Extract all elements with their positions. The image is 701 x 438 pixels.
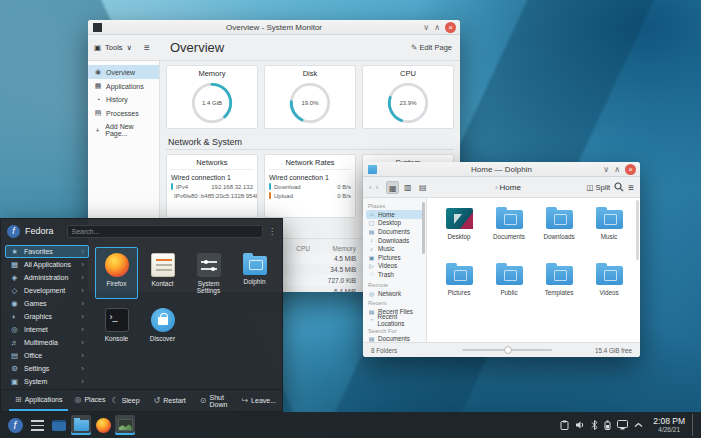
app-discover[interactable]: Discover <box>141 302 184 354</box>
place-music[interactable]: ♪Music <box>366 244 424 253</box>
taskbar-icon-firefox[interactable] <box>93 415 113 435</box>
system-monitor-titlebar[interactable]: Overview - System Monitor ∨ ∧ × <box>88 20 460 35</box>
back-icon[interactable]: ‹ <box>369 183 372 192</box>
chevron-right-icon: › <box>81 260 84 269</box>
clipboard-icon[interactable] <box>560 420 569 430</box>
sm-sidebar-processes[interactable]: ▤ Processes <box>88 106 159 120</box>
battery-icon[interactable] <box>604 420 611 430</box>
page-title: Overview <box>160 40 411 55</box>
category-label: Development <box>24 287 76 294</box>
place-icon: ▣ <box>368 254 375 261</box>
place-recent-locations[interactable]: ◔Recent Locations <box>366 316 424 325</box>
place-desktop[interactable]: ▢Desktop <box>366 219 424 228</box>
sm-sidebar-applications[interactable]: ▦ Applications <box>88 79 159 93</box>
icons-view-button[interactable]: ▦ <box>386 181 399 194</box>
display-icon[interactable] <box>617 420 628 430</box>
close-icon[interactable]: × <box>445 22 456 33</box>
compact-view-button[interactable]: ▥ <box>401 181 414 194</box>
system-tray <box>560 420 649 430</box>
chevron-right-icon: › <box>81 247 84 256</box>
app-label: Discover <box>150 335 175 342</box>
hamburger-menu-icon[interactable]: ≡ <box>628 182 634 193</box>
place-trash[interactable]: ◌Trash <box>366 270 424 279</box>
taskbar-icon-editor[interactable] <box>27 415 47 435</box>
zoom-slider[interactable] <box>451 349 562 351</box>
category-favorites[interactable]: ★ Favorites › <box>5 245 89 258</box>
category-office[interactable]: ▤ Office › <box>5 349 89 362</box>
place-network[interactable]: ◎Network <box>366 289 424 298</box>
folder-icon <box>496 210 523 229</box>
minimize-icon[interactable]: ∨ <box>603 163 609 176</box>
app-system-settings[interactable]: System Settings <box>187 247 230 299</box>
category-multimedia[interactable]: ♬ Multimedia › <box>5 336 89 349</box>
zoom-slider-knob[interactable] <box>504 346 512 354</box>
caret-up-icon[interactable] <box>634 422 643 428</box>
sm-sidebar-history[interactable]: ◔ History <box>88 93 159 106</box>
app-label: Konsole <box>105 335 129 342</box>
chevron-down-icon: ∨ <box>127 43 133 52</box>
application-launcher-button[interactable]: f <box>5 415 25 435</box>
leave-button[interactable]: ↪ Leave... <box>241 394 276 408</box>
tools-menu-button[interactable]: ▣ Tools ∨ ≡ <box>88 42 160 53</box>
shutdown-button[interactable]: ⊙ Shut Down <box>200 394 228 408</box>
maximize-icon[interactable]: ∧ <box>614 163 620 176</box>
tab-places[interactable]: ◎ Places <box>68 390 111 411</box>
gauges-row: Memory 1.4 GiB Disk <box>166 65 454 129</box>
category-games[interactable]: ◉ Games › <box>5 297 89 310</box>
app-firefox[interactable]: Firefox <box>95 247 138 299</box>
category-settings[interactable]: ⚙ Settings › <box>5 362 89 375</box>
edit-page-button[interactable]: ✎ Edit Page <box>411 43 460 52</box>
folder-desktop[interactable]: Desktop <box>435 206 483 260</box>
sm-sidebar-add-page[interactable]: + Add New Page... <box>88 120 159 140</box>
taskbar-icon-system-monitor[interactable] <box>115 415 135 435</box>
configure-icon[interactable]: ⋮ <box>268 227 276 236</box>
bluetooth-icon[interactable] <box>591 420 598 430</box>
search-icon[interactable] <box>614 182 624 192</box>
category-internet[interactable]: ◎ Internet › <box>5 323 89 336</box>
forward-icon[interactable]: › <box>376 183 379 192</box>
details-view-button[interactable]: ▤ <box>416 181 429 194</box>
taskbar-icon-dolphin[interactable] <box>71 415 91 435</box>
search-input[interactable] <box>67 225 263 238</box>
places-panel: Places⌂Home▢Desktop▤Documents↓Downloads♪… <box>363 198 427 342</box>
category-all-applications[interactable]: ▦ All Applications › <box>5 258 89 271</box>
taskbar-icon-discover[interactable] <box>49 415 69 435</box>
category-administration[interactable]: ◈ Administration › <box>5 271 89 284</box>
place-pictures[interactable]: ▣Pictures <box>366 253 424 262</box>
folder-view-scrollbar[interactable] <box>636 200 639 260</box>
restart-button[interactable]: ↺ Restart <box>154 394 186 408</box>
sleep-button[interactable]: ☾ Sleep <box>111 394 139 408</box>
places-scrollbar[interactable] <box>422 202 425 254</box>
maximize-icon[interactable]: ∧ <box>434 21 440 34</box>
place-label: Downloads <box>378 237 409 244</box>
folder-videos[interactable]: Videos <box>585 262 633 316</box>
hamburger-menu-icon[interactable]: ≡ <box>144 42 150 53</box>
app-konsole[interactable]: Konsole <box>95 302 138 354</box>
folder-documents[interactable]: Documents <box>485 206 533 260</box>
place-videos[interactable]: ▷Videos <box>366 262 424 271</box>
place-documents[interactable]: ▤Documents <box>366 227 424 236</box>
category-development[interactable]: ◇ Development › <box>5 284 89 297</box>
show-desktop-button[interactable] <box>692 414 697 436</box>
digital-clock[interactable]: 2:08 PM 4/26/21 <box>649 417 689 433</box>
folder-pictures[interactable]: Pictures <box>435 262 483 316</box>
category-system[interactable]: ▣ System › <box>5 375 89 388</box>
folder-templates[interactable]: Templates <box>535 262 583 316</box>
close-icon[interactable]: × <box>625 164 636 175</box>
dolphin-titlebar[interactable]: Home — Dolphin ∨ ∧ × <box>363 162 640 177</box>
search-for-documents[interactable]: ▤Documents <box>366 335 424 342</box>
place-downloads[interactable]: ↓Downloads <box>366 236 424 245</box>
place-home[interactable]: ⌂Home <box>366 210 424 219</box>
folder-public[interactable]: Public <box>485 262 533 316</box>
breadcrumb[interactable]: ›Home <box>433 183 582 192</box>
volume-icon[interactable] <box>575 420 585 430</box>
sm-sidebar-overview[interactable]: ◉ Overview <box>88 65 159 79</box>
split-button[interactable]: ◫ Split <box>586 183 610 192</box>
folder-downloads[interactable]: Downloads <box>535 206 583 260</box>
app-dolphin[interactable]: Dolphin <box>233 247 276 299</box>
category-graphics[interactable]: ◐ Graphics › <box>5 310 89 323</box>
tab-applications[interactable]: ⊞ Applications <box>9 390 68 411</box>
app-kontact[interactable]: Kontact <box>141 247 184 299</box>
folder-music[interactable]: Music <box>585 206 633 260</box>
minimize-icon[interactable]: ∨ <box>423 21 429 34</box>
